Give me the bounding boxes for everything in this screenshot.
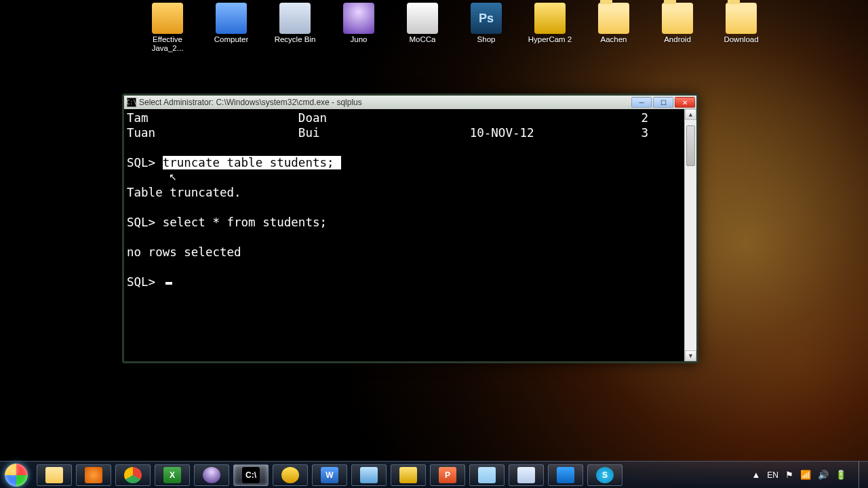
scroll-thumb[interactable] xyxy=(686,125,695,166)
start-button[interactable] xyxy=(0,462,33,489)
taskbar-item-skype[interactable]: S xyxy=(587,464,623,486)
taskbar-item-explorer[interactable] xyxy=(37,464,72,486)
explorer-icon xyxy=(45,467,63,483)
paint-icon xyxy=(517,467,535,483)
sqldev-icon xyxy=(360,467,378,483)
maximize-button[interactable]: ☐ xyxy=(653,97,673,108)
flag-icon[interactable]: ⚑ xyxy=(785,470,793,480)
window-buttons: ─ ☐ ✕ xyxy=(630,97,695,108)
network-icon[interactable]: 📶 xyxy=(800,470,811,480)
word-icon: W xyxy=(321,467,338,483)
taskbar-item-notepad[interactable] xyxy=(469,464,505,486)
desktop-icons: Effective Java_2...ComputerRecycle BinJu… xyxy=(142,3,766,52)
powerpoint-icon: P xyxy=(439,467,456,483)
close-button[interactable]: ✕ xyxy=(675,97,695,108)
taskbar-item-jdownloader[interactable] xyxy=(273,464,308,486)
desktop-icon-juno[interactable]: Juno xyxy=(334,3,384,52)
battery-icon[interactable]: 🔋 xyxy=(835,470,846,480)
show-desktop-button[interactable] xyxy=(859,462,865,489)
scroll-up-button[interactable]: ▲ xyxy=(685,109,696,120)
cmd-sysicon: C:\ xyxy=(127,98,136,107)
desktop-icon-label: Download xyxy=(724,35,758,44)
desktop-icon-hypercam-2[interactable]: HyperCam 2 xyxy=(525,3,575,52)
desktop-icon-label: Aachen xyxy=(600,35,627,44)
taskbar-item-teamviewer[interactable] xyxy=(548,464,583,486)
folder-icon xyxy=(598,3,629,34)
ps-icon: Ps xyxy=(471,3,502,34)
window-title: Select Administrator: C:\Windows\system3… xyxy=(139,98,362,107)
desktop-icon-effective-java-2-[interactable]: Effective Java_2... xyxy=(142,3,193,52)
desktop-icon-label: Juno xyxy=(351,35,368,44)
language-indicator[interactable]: EN xyxy=(767,470,778,480)
minimize-button[interactable]: ─ xyxy=(631,97,652,108)
folder-icon xyxy=(726,3,757,34)
windows-orb-icon xyxy=(5,464,28,487)
teamviewer-icon xyxy=(557,467,574,483)
excel-icon: X xyxy=(163,467,181,483)
taskbar-item-powerpoint[interactable]: P xyxy=(430,464,465,486)
desktop-icon-android[interactable]: Android xyxy=(652,3,703,52)
desktop-icon-recycle-bin[interactable]: Recycle Bin xyxy=(270,3,320,52)
scrollbar[interactable]: ▲ ▼ xyxy=(684,109,696,361)
desktop-icon-label: Effective Java_2... xyxy=(142,35,193,52)
system-tray: ▲ EN ⚑ 📶 🔊 🔋 xyxy=(751,462,865,489)
pdf-icon xyxy=(152,3,183,34)
selected-text: truncate table students; xyxy=(163,156,341,169)
desktop-icon-computer[interactable]: Computer xyxy=(206,3,256,52)
mocca-icon xyxy=(407,3,438,34)
desktop-icon-aachen[interactable]: Aachen xyxy=(589,3,639,52)
terminal-output[interactable]: Tam Doan 2 Tuan Bui 10-NOV-12 3 SQL> tru… xyxy=(124,109,684,361)
taskbar-item-cmd[interactable]: C:\ xyxy=(233,464,269,486)
taskbar-item-chrome[interactable] xyxy=(115,464,151,486)
taskbar-item-excel[interactable]: X xyxy=(155,464,190,486)
scroll-down-button[interactable]: ▼ xyxy=(685,350,696,361)
folder-icon xyxy=(662,3,693,34)
desktop-icon-shop[interactable]: PsShop xyxy=(461,3,511,52)
chrome-icon xyxy=(124,467,142,483)
volume-icon[interactable]: 🔊 xyxy=(818,470,829,480)
hypercam-icon xyxy=(399,467,417,483)
taskbar-item-word[interactable]: W xyxy=(312,464,347,486)
titlebar[interactable]: C:\ Select Administrator: C:\Windows\sys… xyxy=(124,96,696,109)
desktop-icon-label: Shop xyxy=(477,35,496,44)
cmd-icon: C:\ xyxy=(242,467,260,483)
comp-icon xyxy=(216,3,247,34)
taskbar-item-wmp[interactable] xyxy=(76,464,111,486)
bin-icon xyxy=(279,3,311,34)
notepad-icon xyxy=(478,467,496,483)
desktop-icon-label: Recycle Bin xyxy=(275,35,316,44)
juno-icon xyxy=(343,3,374,34)
skype-icon: S xyxy=(596,467,614,483)
taskbar-item-sqldev[interactable] xyxy=(351,464,387,486)
taskbar-item-paint[interactable] xyxy=(509,464,544,486)
hyper-icon xyxy=(534,3,566,34)
scroll-track[interactable] xyxy=(685,120,696,350)
desktop-icon-label: Android xyxy=(664,35,691,44)
terminal-cursor xyxy=(165,282,172,285)
desktop-icon-mocca[interactable]: MoCCa xyxy=(397,3,448,52)
taskbar-items: XC:\WPS xyxy=(37,464,623,486)
eclipse-icon xyxy=(203,467,220,483)
wmp-icon xyxy=(85,467,102,483)
desktop-icon-label: Computer xyxy=(214,35,249,44)
taskbar-item-eclipse[interactable] xyxy=(194,464,229,486)
taskbar: XC:\WPS ▲ EN ⚑ 📶 🔊 🔋 xyxy=(0,461,868,488)
desktop-icon-label: HyperCam 2 xyxy=(528,35,572,44)
desktop-icon-label: MoCCa xyxy=(410,35,436,44)
jdownloader-icon xyxy=(281,467,299,483)
tray-expand-icon[interactable]: ▲ xyxy=(751,470,760,480)
cmd-window[interactable]: C:\ Select Administrator: C:\Windows\sys… xyxy=(122,94,698,363)
desktop-icon-download[interactable]: Download xyxy=(716,3,766,52)
taskbar-item-hypercam[interactable] xyxy=(391,464,426,486)
